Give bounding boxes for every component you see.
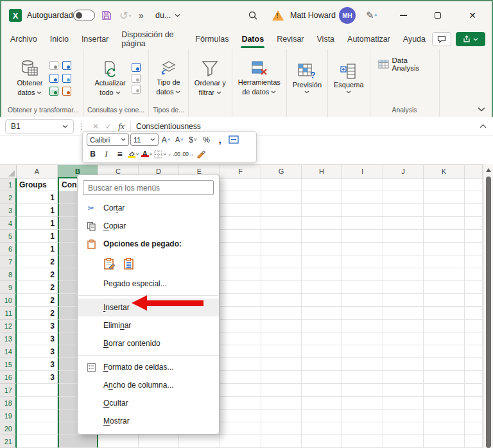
column-header-K[interactable]: K (424, 165, 465, 178)
cell-I4[interactable] (342, 217, 383, 230)
cell-F5[interactable] (220, 230, 261, 243)
cell-G4[interactable] (261, 217, 302, 230)
menu-item-cortar[interactable]: ✂Cortar (78, 199, 219, 217)
data-analysis-button[interactable]: Data Analysis (373, 54, 437, 74)
tab-revisar[interactable]: Revisar (270, 30, 310, 49)
expand-formula-bar-icon[interactable] (480, 124, 487, 128)
name-box[interactable]: B1 (5, 119, 74, 134)
cell-G11[interactable] (261, 307, 302, 320)
cell-K11[interactable] (424, 307, 465, 320)
cell-partial17[interactable] (465, 384, 483, 397)
cell-I16[interactable] (342, 371, 383, 384)
cell-A3[interactable]: 1 (17, 204, 58, 217)
cell-partial11[interactable] (465, 307, 483, 320)
cell-partial7[interactable] (465, 255, 483, 268)
increase-font-button[interactable]: A˄ (160, 134, 172, 146)
menu-item-opciones-de-pegado[interactable]: Opciones de pegado: (78, 235, 219, 253)
actualizar-todo-button[interactable]: Actualizartodo (91, 58, 128, 98)
cell-K3[interactable] (424, 204, 465, 217)
cell-G8[interactable] (261, 268, 302, 281)
cell-A2[interactable]: 1 (17, 191, 58, 204)
cell-K10[interactable] (424, 294, 465, 307)
cell-G14[interactable] (261, 345, 302, 358)
row-header-3[interactable]: 3 (0, 204, 17, 217)
menu-item-mostrar[interactable]: Mostrar (78, 412, 219, 430)
cell-J8[interactable] (383, 268, 424, 281)
namebox-resize-handle[interactable]: ⋮ (78, 122, 85, 131)
comma-format-button[interactable]: , (214, 134, 226, 146)
cell-G21[interactable] (261, 435, 302, 448)
more-commands-icon[interactable]: » (139, 1, 144, 30)
cell-F18[interactable] (220, 397, 261, 409)
cell-H10[interactable] (302, 294, 342, 307)
currency-format-button[interactable]: $˅ (187, 134, 199, 146)
cell-I8[interactable] (342, 268, 383, 281)
cell-A7[interactable]: 2 (17, 255, 58, 268)
minimize-button[interactable] (390, 1, 416, 30)
cell-F8[interactable] (220, 268, 261, 281)
cell-H20[interactable] (302, 422, 342, 435)
cell-I6[interactable] (342, 243, 383, 255)
cell-H2[interactable] (302, 191, 342, 204)
prevision-button[interactable]: ?Previsión (290, 62, 325, 95)
cell-G20[interactable] (261, 422, 302, 435)
tab-vista[interactable]: Vista (311, 30, 342, 49)
menu-item-eliminar[interactable]: Eliminar (78, 316, 219, 334)
cell-F6[interactable] (220, 243, 261, 255)
row-header-13[interactable]: 13 (0, 332, 17, 345)
row-header-16[interactable]: 16 (0, 371, 17, 384)
table-camera-icon[interactable] (62, 61, 71, 70)
cell-F15[interactable] (220, 358, 261, 371)
cell-J9[interactable] (383, 281, 424, 294)
cell-B21[interactable] (58, 435, 98, 448)
column-header-J[interactable]: J (383, 165, 424, 178)
cell-F19[interactable] (220, 409, 261, 422)
menu-item-ocultar[interactable]: Ocultar (78, 394, 219, 412)
warning-icon[interactable] (272, 1, 284, 30)
cell-H7[interactable] (302, 255, 342, 268)
cell-I18[interactable] (342, 397, 383, 409)
cell-A19[interactable] (17, 409, 58, 422)
tab-formulas[interactable]: Fórmulas (189, 30, 235, 49)
cell-I19[interactable] (342, 409, 383, 422)
user-name[interactable]: Matt Howard (290, 1, 336, 30)
cell-G5[interactable] (261, 230, 302, 243)
cell-H17[interactable] (302, 384, 342, 397)
ordenar-y-filtrar-button[interactable]: Ordenar yfiltrar (191, 58, 229, 98)
cell-G3[interactable] (261, 204, 302, 217)
cell-H18[interactable] (302, 397, 342, 409)
row-header-21[interactable]: 21 (0, 435, 17, 448)
cell-G19[interactable] (261, 409, 302, 422)
cell-F20[interactable] (220, 422, 261, 435)
font-size-select[interactable]: 11 (130, 134, 159, 146)
cell-H11[interactable] (302, 307, 342, 320)
cell-partial9[interactable] (465, 281, 483, 294)
cell-K1[interactable] (424, 178, 465, 191)
percent-format-button[interactable]: % (200, 134, 212, 146)
font-name-select[interactable]: Calibri (87, 134, 129, 146)
cell-G1[interactable] (261, 178, 302, 191)
cell-K21[interactable] (424, 435, 465, 448)
increase-decimal-button[interactable]: ←.00 (168, 148, 180, 160)
cell-H21[interactable] (302, 435, 342, 448)
cell-G10[interactable] (261, 294, 302, 307)
cell-J3[interactable] (383, 204, 424, 217)
menu-item-pegado-especial[interactable]: Pegado especial... (78, 275, 219, 293)
cell-C21[interactable] (98, 435, 139, 448)
row-header-10[interactable]: 10 (0, 294, 17, 307)
cell-G7[interactable] (261, 255, 302, 268)
cell-H3[interactable] (302, 204, 342, 217)
cell-K2[interactable] (424, 191, 465, 204)
cell-A13[interactable]: 3 (17, 332, 58, 345)
close-button[interactable]: ✕ (458, 1, 487, 30)
cell-H5[interactable] (302, 230, 342, 243)
cell-K7[interactable] (424, 255, 465, 268)
cell-partial16[interactable] (465, 371, 483, 384)
avatar[interactable]: MH (339, 1, 356, 30)
cell-J5[interactable] (383, 230, 424, 243)
row-header-2[interactable]: 2 (0, 191, 17, 204)
draw-pen-icon[interactable]: ✎✦ (366, 1, 377, 30)
cell-K4[interactable] (424, 217, 465, 230)
cancel-icon[interactable]: ✕ (89, 122, 102, 131)
cell-G18[interactable] (261, 397, 302, 409)
